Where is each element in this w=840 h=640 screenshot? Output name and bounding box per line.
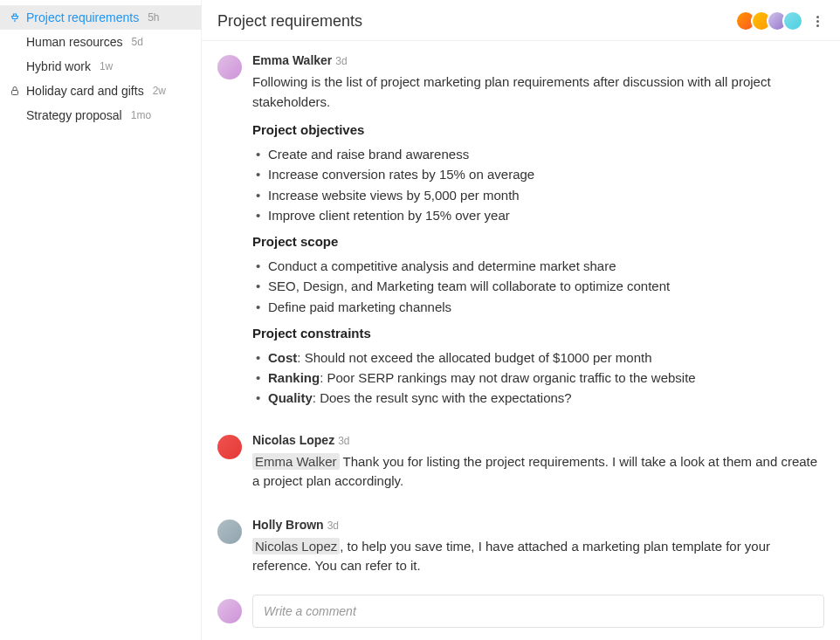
sidebar-item-project-requirements[interactable]: Project requirements 5h [0,5,201,30]
comment: Emma Walker 3d Following is the list of … [217,53,824,417]
sidebar-item-time: 1w [100,60,113,72]
sidebar-item-strategy-proposal[interactable]: Strategy proposal 1mo [0,103,201,127]
section-heading: Project scope [252,234,824,249]
bullet-list: Conduct a competitive analysis and deter… [252,256,824,317]
list-item: Create and raise brand awareness [268,144,824,164]
comments-feed: Emma Walker 3d Following is the list of … [202,41,840,586]
avatar [217,435,242,459]
svg-rect-0 [12,91,18,95]
comment-input[interactable]: Write a comment [252,595,824,628]
list-item: Define paid marketing channels [268,297,824,317]
comment-composer: Write a comment [202,586,840,640]
sidebar-item-hybrid-work[interactable]: Hybrid work 1w [0,54,201,79]
list-item: Improve client retention by 15% over yea… [268,205,824,225]
comment: Holly Brown 3d Nicolas Lopez, to help yo… [217,518,824,587]
sidebar-item-label: Holiday card and gifts [26,84,144,98]
avatar [217,55,242,79]
main-panel: Project requirements Emma Walker 3d Fol [201,0,840,640]
list-item: Conduct a competitive analysis and deter… [268,256,824,276]
header-controls [740,10,824,31]
sidebar-item-label: Strategy proposal [26,108,122,122]
header: Project requirements [202,0,840,41]
avatar [217,599,242,623]
avatar [217,520,242,544]
list-item: Increase website views by 5,000 per mont… [268,185,824,205]
sidebar-item-label: Human resources [26,35,123,49]
bullet-list: Cost: Should not exceed the allocated bu… [252,348,824,409]
participant-avatars[interactable] [740,10,803,31]
lock-icon [9,86,21,96]
sidebar-item-time: 1mo [131,109,151,121]
comment-author: Holly Brown [252,518,324,532]
user-mention[interactable]: Nicolas Lopez [252,538,340,554]
page-title: Project requirements [217,12,362,31]
sidebar-item-time: 2w [153,85,166,97]
section-heading: Project objectives [252,122,824,137]
list-item: Ranking: Poor SERP rankings may not draw… [268,368,824,388]
comment-author: Nicolas Lopez [252,433,334,447]
user-mention[interactable]: Emma Walker [252,453,340,470]
comment: Nicolas Lopez 3d Emma Walker Thank you f… [217,433,824,502]
sidebar-item-holiday-card[interactable]: Holiday card and gifts 2w [0,79,201,103]
sidebar-item-label: Hybrid work [26,59,91,73]
list-item: Quality: Does the result sync with the e… [268,388,824,408]
comment-time: 3d [335,55,347,67]
sidebar: Project requirements 5h Human resources … [0,0,201,640]
comment-text: Emma Walker Thank you for listing the pr… [252,452,824,492]
avatar [782,10,803,31]
more-menu-button[interactable] [810,16,824,27]
list-item: Increase conversion rates by 15% on aver… [268,164,824,184]
bullet-list: Create and raise brand awareness Increas… [252,144,824,225]
list-item: SEO, Design, and Marketing team will col… [268,276,824,296]
sidebar-item-time: 5d [132,36,143,48]
sidebar-item-human-resources[interactable]: Human resources 5d [0,30,201,54]
pin-icon [9,12,21,23]
comment-time: 3d [338,435,349,447]
comment-author: Emma Walker [252,53,332,67]
comment-text: Following is the list of project marketi… [252,72,824,112]
comment-text: Nicolas Lopez, to help you save time, I … [252,537,824,576]
sidebar-item-label: Project requirements [26,10,139,24]
section-heading: Project constraints [252,326,824,341]
list-item: Cost: Should not exceed the allocated bu… [268,348,824,368]
comment-time: 3d [327,520,339,532]
sidebar-item-time: 5h [148,11,159,24]
